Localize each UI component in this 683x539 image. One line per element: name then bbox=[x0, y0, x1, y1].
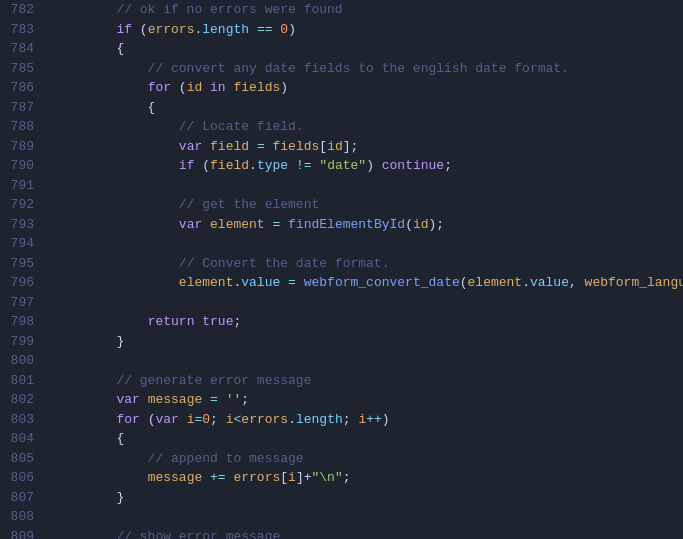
line-row: 791 bbox=[0, 176, 683, 196]
line-content bbox=[42, 507, 683, 527]
line-number: 805 bbox=[0, 449, 42, 469]
line-content: // generate error message bbox=[42, 371, 683, 391]
line-number: 798 bbox=[0, 312, 42, 332]
line-number: 784 bbox=[0, 39, 42, 59]
line-row: 805 // append to message bbox=[0, 449, 683, 469]
line-number: 802 bbox=[0, 390, 42, 410]
line-number: 794 bbox=[0, 234, 42, 254]
line-number: 790 bbox=[0, 156, 42, 176]
line-row: 782 // ok if no errors were found bbox=[0, 0, 683, 20]
line-row: 798 return true; bbox=[0, 312, 683, 332]
line-number: 788 bbox=[0, 117, 42, 137]
line-number: 783 bbox=[0, 20, 42, 40]
line-number: 786 bbox=[0, 78, 42, 98]
line-content: { bbox=[42, 429, 683, 449]
line-content: var message = ''; bbox=[42, 390, 683, 410]
code-editor: 782 // ok if no errors were found783 if … bbox=[0, 0, 683, 539]
line-content: { bbox=[42, 98, 683, 118]
line-content bbox=[42, 176, 683, 196]
line-row: 801 // generate error message bbox=[0, 371, 683, 391]
line-number: 801 bbox=[0, 371, 42, 391]
line-row: 808 bbox=[0, 507, 683, 527]
line-row: 792 // get the element bbox=[0, 195, 683, 215]
line-row: 806 message += errors[i]+"\n"; bbox=[0, 468, 683, 488]
line-row: 787 { bbox=[0, 98, 683, 118]
line-content: // convert any date fields to the englis… bbox=[42, 59, 683, 79]
line-content: for (id in fields) bbox=[42, 78, 683, 98]
line-content: var field = fields[id]; bbox=[42, 137, 683, 157]
line-number: 791 bbox=[0, 176, 42, 196]
line-number: 792 bbox=[0, 195, 42, 215]
line-row: 799 } bbox=[0, 332, 683, 352]
line-row: 789 var field = fields[id]; bbox=[0, 137, 683, 157]
line-number: 787 bbox=[0, 98, 42, 118]
line-row: 797 bbox=[0, 293, 683, 313]
line-content: // show error message bbox=[42, 527, 683, 540]
line-number: 797 bbox=[0, 293, 42, 313]
line-row: 796 element.value = webform_convert_date… bbox=[0, 273, 683, 293]
line-row: 790 if (field.type != "date") continue; bbox=[0, 156, 683, 176]
line-row: 800 bbox=[0, 351, 683, 371]
line-number: 800 bbox=[0, 351, 42, 371]
line-row: 786 for (id in fields) bbox=[0, 78, 683, 98]
line-row: 809 // show error message bbox=[0, 527, 683, 540]
line-row: 793 var element = findElementById(id); bbox=[0, 215, 683, 235]
line-number: 789 bbox=[0, 137, 42, 157]
line-content: element.value = webform_convert_date(ele… bbox=[42, 273, 683, 293]
code-lines: 782 // ok if no errors were found783 if … bbox=[0, 0, 683, 539]
line-content: } bbox=[42, 488, 683, 508]
line-row: 783 if (errors.length == 0) bbox=[0, 20, 683, 40]
line-content: if (field.type != "date") continue; bbox=[42, 156, 683, 176]
line-number: 796 bbox=[0, 273, 42, 293]
line-row: 788 // Locate field. bbox=[0, 117, 683, 137]
line-row: 802 var message = ''; bbox=[0, 390, 683, 410]
line-row: 795 // Convert the date format. bbox=[0, 254, 683, 274]
line-row: 785 // convert any date fields to the en… bbox=[0, 59, 683, 79]
line-number: 803 bbox=[0, 410, 42, 430]
line-number: 804 bbox=[0, 429, 42, 449]
line-row: 804 { bbox=[0, 429, 683, 449]
line-number: 809 bbox=[0, 527, 42, 540]
line-content: // ok if no errors were found bbox=[42, 0, 683, 20]
line-content: if (errors.length == 0) bbox=[42, 20, 683, 40]
line-number: 799 bbox=[0, 332, 42, 352]
line-content: // append to message bbox=[42, 449, 683, 469]
line-content: { bbox=[42, 39, 683, 59]
line-content: // Convert the date format. bbox=[42, 254, 683, 274]
line-content: for (var i=0; i<errors.length; i++) bbox=[42, 410, 683, 430]
line-number: 808 bbox=[0, 507, 42, 527]
line-number: 782 bbox=[0, 0, 42, 20]
line-row: 803 for (var i=0; i<errors.length; i++) bbox=[0, 410, 683, 430]
line-row: 794 bbox=[0, 234, 683, 254]
line-row: 784 { bbox=[0, 39, 683, 59]
line-content: var element = findElementById(id); bbox=[42, 215, 683, 235]
line-number: 795 bbox=[0, 254, 42, 274]
line-number: 807 bbox=[0, 488, 42, 508]
line-content bbox=[42, 234, 683, 254]
line-content: } bbox=[42, 332, 683, 352]
line-number: 785 bbox=[0, 59, 42, 79]
line-content: // get the element bbox=[42, 195, 683, 215]
line-content bbox=[42, 293, 683, 313]
line-content: message += errors[i]+"\n"; bbox=[42, 468, 683, 488]
line-row: 807 } bbox=[0, 488, 683, 508]
line-number: 793 bbox=[0, 215, 42, 235]
line-number: 806 bbox=[0, 468, 42, 488]
line-content: // Locate field. bbox=[42, 117, 683, 137]
line-content: return true; bbox=[42, 312, 683, 332]
line-content bbox=[42, 351, 683, 371]
